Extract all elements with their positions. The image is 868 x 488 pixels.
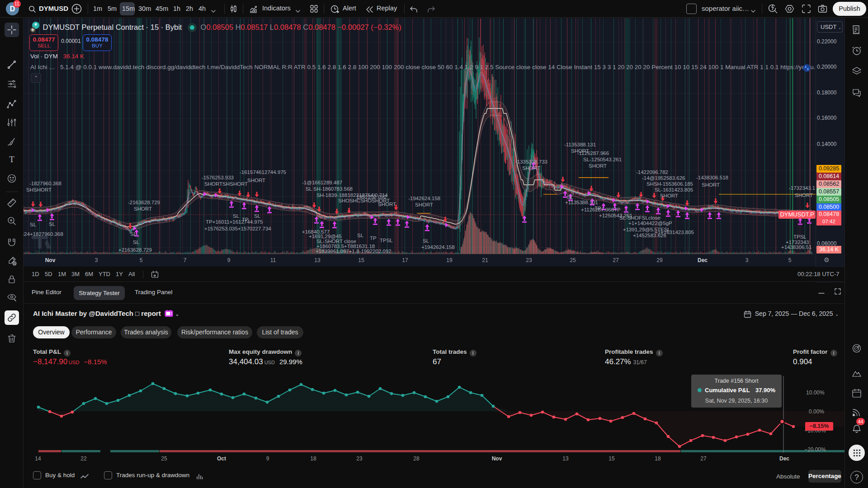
svg-text:-2163628.729: -2163628.729	[128, 200, 160, 205]
svg-text:TP+16011+1612744.975: TP+16011+1612744.975	[206, 219, 263, 225]
svg-text:SL-1631423.805: SL-1631423.805	[655, 187, 693, 192]
svg-text:SL-1250543.261: SL-1250543.261	[583, 157, 622, 162]
svg-text:SHORT: SHORT	[247, 178, 265, 183]
svg-text:SL: SL	[567, 194, 574, 200]
svg-text:SL: SL	[30, 222, 37, 227]
svg-text:-1438306.518: -1438306.518	[696, 175, 728, 180]
svg-text:SHORTSHSHORT: SHORTSHSHORT	[204, 181, 248, 187]
svg-text:SL: SL	[130, 231, 137, 237]
svg-text:SHSH-1553606.185: SHSH-1553606.185	[646, 181, 693, 187]
svg-text:SHORT: SHORT	[522, 165, 540, 171]
svg-text:SL: SL	[254, 213, 261, 219]
svg-text:SL: SL	[49, 221, 56, 227]
svg-text:+1+1404422@5gP: +1+1404422@5gP	[628, 221, 672, 226]
svg-text:SHSHORT: SHSHORT	[26, 187, 52, 192]
svg-text:SHORT: SHORT	[134, 206, 152, 211]
svg-text:-161574612744.975: -161574612744.975	[240, 169, 286, 175]
svg-text:-1422096.782: -1422096.782	[636, 169, 668, 175]
svg-text:-14@1952583.626: -14@1952583.626	[642, 175, 685, 181]
svg-text:SHORT: SHORT	[589, 163, 607, 169]
svg-text:+1839961.097+1.8-1992202.092: +1839961.097+1.8-1992202.092	[316, 249, 392, 254]
svg-text:-1126287.966: -1126287.966	[577, 150, 609, 156]
svg-text:+1135388.131: +1135388.131	[565, 200, 598, 205]
svg-text:SL: SL	[423, 238, 429, 244]
svg-text:TP: TP	[370, 235, 377, 241]
svg-text:+1126287.966TP: +1126287.966TP	[581, 207, 621, 212]
svg-text:SHORT: SHORT	[702, 182, 720, 188]
svg-text:-1135388.131: -1135388.131	[564, 142, 596, 147]
svg-text:-1732343.1: -1732343.1	[789, 185, 815, 191]
svg-text:+2163628.729: +2163628.729	[118, 247, 152, 253]
svg-text:SHORT: SHORT	[415, 202, 433, 207]
svg-text:-1942624.158: -1942624.158	[408, 196, 440, 201]
svg-text:+1942624.158: +1942624.158	[421, 244, 455, 250]
svg-text:TPSL: TPSL	[793, 234, 807, 239]
svg-text:SL-SHOFSLclose: SL-SHOFSLclose	[619, 215, 660, 221]
svg-text:-1827960.368: -1827960.368	[29, 181, 61, 186]
svg-text:SHORT: SHORT	[660, 193, 678, 198]
svg-text:SL: SL	[133, 239, 140, 245]
svg-text:-1335338.733: -1335338.733	[515, 159, 547, 164]
svg-text:SL: SL	[233, 213, 240, 219]
svg-text:SL SH-1860783.568: SL SH-1860783.568	[306, 186, 353, 192]
svg-text:-1576253.933: -1576253.933	[202, 175, 234, 180]
svg-text:+1+1631423.805: +1+1631423.805	[655, 230, 694, 235]
svg-text:SHORT: SHORT	[795, 192, 813, 198]
svg-text:-1@1661289.487: -1@1661289.487	[302, 180, 342, 185]
svg-text:TPSL: TPSL	[380, 238, 393, 243]
svg-text:SL: SL	[357, 233, 364, 238]
svg-text:+1576253.035+1570227.734: +1576253.035+1570227.734	[204, 226, 271, 231]
svg-text:SHORT: SHORT	[378, 202, 396, 207]
svg-text:1992202.092: 1992202.092	[356, 194, 387, 200]
svg-text:+1438306.51: +1438306.51	[781, 244, 811, 250]
